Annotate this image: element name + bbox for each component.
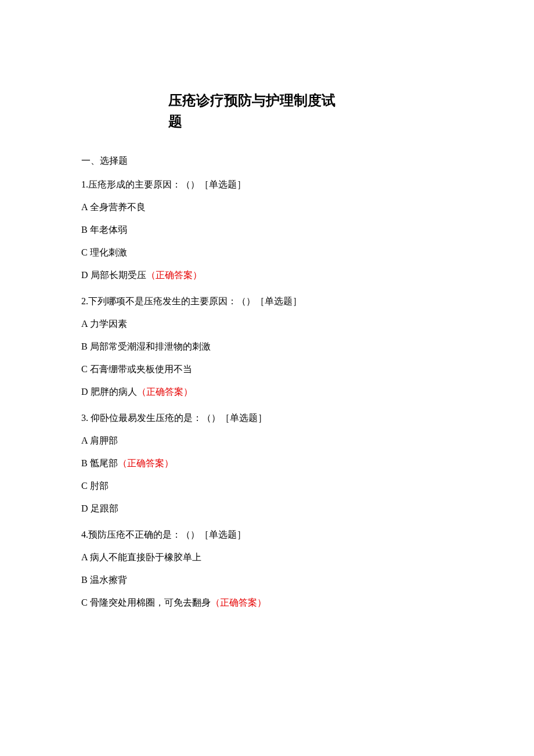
correct-answer-label: （正确答案） (137, 387, 193, 397)
question-option: A 力学因素 (81, 318, 453, 330)
question-option: C 理化刺激 (81, 247, 453, 259)
document-page: 压疮诊疗预防与护理制度试题 一、选择题 1.压疮形成的主要原因：（）［单选题］ … (0, 0, 534, 681)
correct-answer-label: （正确答案） (146, 270, 202, 280)
option-text: C 肘部 (81, 481, 109, 491)
document-title: 压疮诊疗预防与护理制度试题 (168, 90, 342, 132)
option-text: A 力学因素 (81, 319, 127, 329)
question-option: D 局部长期受压（正确答案） (81, 269, 453, 282)
question-stem: 3. 仰卧位最易发生压疮的是：（）［单选题］ (81, 412, 453, 424)
question-option: D 足跟部 (81, 503, 453, 515)
correct-answer-label: （正确答案） (118, 458, 174, 468)
option-text: B 年老体弱 (81, 225, 127, 235)
option-text: C 骨隆突处用棉圈，可免去翻身 (81, 597, 211, 607)
question-stem: 4.预防压疮不正确的是：（）［单选题］ (81, 529, 453, 541)
option-text: D 足跟部 (81, 503, 118, 513)
question-block: 4.预防压疮不正确的是：（）［单选题］ A 病人不能直接卧于橡胶单上 B 温水擦… (81, 529, 453, 609)
option-text: A 肩胛部 (81, 435, 118, 445)
question-option: A 全身营养不良 (81, 201, 453, 214)
option-text: B 局部常受潮湿和排泄物的刺激 (81, 341, 211, 351)
question-block: 3. 仰卧位最易发生压疮的是：（）［单选题］ A 肩胛部 B 骶尾部（正确答案）… (81, 412, 453, 515)
option-text: C 理化刺激 (81, 247, 127, 257)
question-stem: 1.压疮形成的主要原因：（）［单选题］ (81, 179, 453, 191)
question-option: D 肥胖的病人（正确答案） (81, 386, 453, 398)
option-text: D 肥胖的病人 (81, 387, 137, 397)
option-text: A 全身营养不良 (81, 202, 146, 212)
correct-answer-label: （正确答案） (211, 597, 266, 607)
question-option: B 年老体弱 (81, 224, 453, 236)
option-text: A 病人不能直接卧于橡胶单上 (81, 552, 201, 562)
question-option: B 局部常受潮湿和排泄物的刺激 (81, 341, 453, 353)
question-option: A 肩胛部 (81, 435, 453, 447)
section-heading: 一、选择题 (81, 155, 453, 167)
question-option: B 温水擦背 (81, 574, 453, 586)
question-block: 2.下列哪项不是压疮发生的主要原因：（）［单选题］ A 力学因素 B 局部常受潮… (81, 296, 453, 398)
question-block: 1.压疮形成的主要原因：（）［单选题］ A 全身营养不良 B 年老体弱 C 理化… (81, 179, 453, 282)
question-option: C 骨隆突处用棉圈，可免去翻身（正确答案） (81, 597, 453, 609)
question-option: A 病人不能直接卧于橡胶单上 (81, 552, 453, 564)
option-text: B 骶尾部 (81, 458, 118, 468)
question-stem: 2.下列哪项不是压疮发生的主要原因：（）［单选题］ (81, 296, 453, 308)
question-option: C 肘部 (81, 480, 453, 492)
option-text: C 石膏绷带或夹板使用不当 (81, 364, 192, 374)
question-option: B 骶尾部（正确答案） (81, 458, 453, 470)
option-text: D 局部长期受压 (81, 270, 146, 280)
question-option: C 石膏绷带或夹板使用不当 (81, 363, 453, 376)
option-text: B 温水擦背 (81, 575, 127, 585)
